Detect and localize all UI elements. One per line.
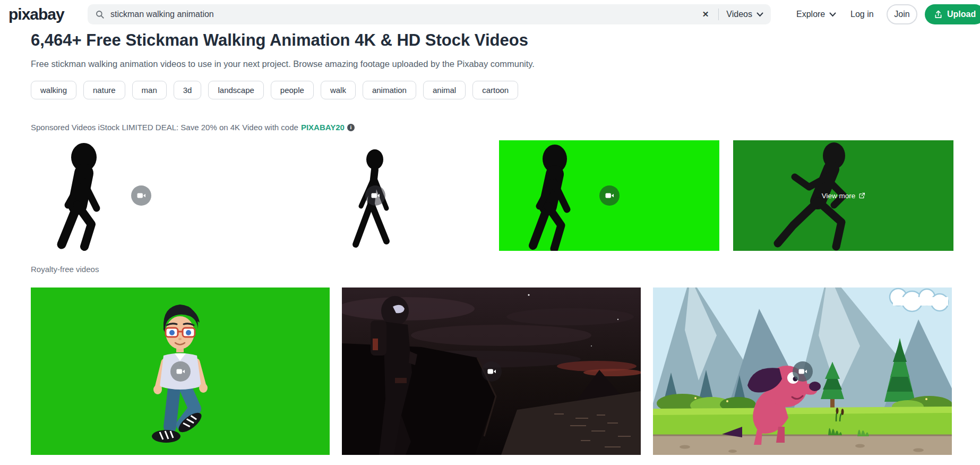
- video-play-icon[interactable]: [482, 361, 502, 382]
- info-icon[interactable]: i: [347, 124, 355, 131]
- sponsored-thumbnail-stickman-greenscreen[interactable]: [499, 140, 719, 251]
- search-bar[interactable]: ✕ Videos: [88, 4, 771, 24]
- view-more-link[interactable]: View more: [822, 192, 865, 200]
- tag-walk[interactable]: walk: [321, 81, 356, 99]
- external-link-icon: [859, 193, 865, 199]
- tag-man[interactable]: man: [132, 81, 167, 99]
- sponsored-thumbnail-stickman-white[interactable]: [31, 140, 251, 251]
- sponsored-thumbnail-stickman-thin[interactable]: [265, 140, 485, 251]
- navbar: pixabay ✕ Videos Explore Log in Join Upl…: [0, 0, 980, 29]
- sponsored-videos-row: View more: [31, 140, 953, 251]
- video-play-icon[interactable]: [170, 361, 191, 382]
- page-subtitle: Free stickman walking animation videos t…: [31, 59, 535, 69]
- upload-label: Upload: [947, 10, 976, 19]
- camera-icon: [175, 366, 186, 377]
- royalty-free-section-label: Royalty-free videos: [31, 265, 99, 274]
- join-button[interactable]: Join: [887, 4, 917, 24]
- login-link[interactable]: Log in: [850, 0, 874, 29]
- results-row: [31, 288, 952, 455]
- camera-icon: [370, 190, 381, 201]
- video-thumbnail-cartoon-boy[interactable]: [31, 288, 330, 455]
- tag-cartoon[interactable]: cartoon: [472, 81, 518, 99]
- explore-menu[interactable]: Explore: [796, 0, 836, 29]
- camera-icon: [604, 190, 615, 201]
- search-icon: [95, 10, 105, 19]
- tag-animal[interactable]: animal: [423, 81, 466, 99]
- video-play-icon[interactable]: [131, 185, 151, 206]
- video-thumbnail-cartoon-dog[interactable]: [653, 288, 952, 455]
- pixabay-video-search-page: pixabay ✕ Videos Explore Log in Join Upl…: [0, 0, 980, 465]
- video-play-icon[interactable]: [365, 185, 385, 206]
- chevron-down-icon: [829, 12, 836, 17]
- camera-icon: [797, 366, 808, 377]
- sponsored-thumbnail-view-more[interactable]: View more: [733, 140, 953, 251]
- search-divider: [718, 9, 719, 20]
- upload-button[interactable]: Upload: [925, 4, 980, 24]
- camera-icon: [136, 190, 147, 201]
- tag-animation[interactable]: animation: [363, 81, 416, 99]
- camera-icon: [486, 366, 497, 377]
- sponsored-banner: Sponsored Videos iStock LIMITED DEAL: Sa…: [31, 123, 355, 132]
- explore-label: Explore: [796, 10, 825, 19]
- video-play-icon[interactable]: [793, 361, 813, 382]
- page-title: 6,464+ Free Stickman Walking Animation 4…: [31, 31, 528, 50]
- chevron-down-icon: [757, 12, 763, 17]
- media-type-label: Videos: [726, 10, 752, 19]
- promo-code-link[interactable]: PIXABAY20: [301, 123, 345, 132]
- view-more-label: View more: [822, 192, 856, 200]
- media-type-dropdown[interactable]: Videos: [726, 10, 763, 19]
- video-play-icon[interactable]: [599, 185, 620, 206]
- tag-people[interactable]: people: [271, 81, 314, 99]
- tag-3d[interactable]: 3d: [174, 81, 202, 99]
- pixabay-logo[interactable]: pixabay: [8, 5, 64, 23]
- related-tags: walking nature man 3d landscape people w…: [31, 81, 518, 99]
- sponsored-text: Sponsored Videos iStock LIMITED DEAL: Sa…: [31, 123, 298, 132]
- tag-landscape[interactable]: landscape: [208, 81, 263, 99]
- search-input[interactable]: [110, 10, 700, 19]
- video-thumbnail-scifi-astronaut[interactable]: [342, 288, 641, 455]
- tag-walking[interactable]: walking: [31, 81, 76, 99]
- clear-search-icon[interactable]: ✕: [700, 10, 711, 19]
- upload-icon: [934, 10, 943, 19]
- tag-nature[interactable]: nature: [83, 81, 125, 99]
